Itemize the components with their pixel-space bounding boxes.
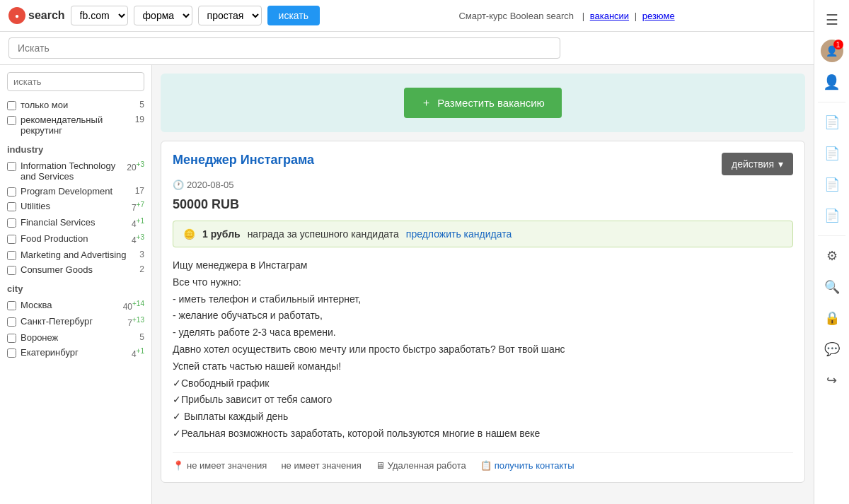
logo-icon: ●	[8, 7, 25, 24]
filter-it-count: 20+3	[127, 160, 144, 172]
main-search-input[interactable]	[8, 37, 560, 59]
filter-it: Information Technology and Services 20+3	[7, 160, 144, 182]
job-card-header: Менеджер Инстаграма действия ▾	[173, 153, 793, 175]
filter-marketing-count: 3	[139, 250, 144, 259]
job-title[interactable]: Менеджер Инстаграма	[173, 153, 314, 168]
job-date-value: 2020-08-05	[187, 180, 234, 190]
notification-badge: 1	[833, 40, 843, 49]
search-button[interactable]: искать	[267, 6, 320, 25]
filter-utilities-checkbox[interactable]	[7, 202, 16, 211]
topbar: ● search fb.com форма простая искать Сма…	[0, 0, 814, 32]
filter-consumer-checkbox[interactable]	[7, 266, 16, 275]
get-contacts-link[interactable]: получить контакты	[495, 460, 574, 471]
filter-utilities-label: Utilities	[21, 201, 127, 211]
filter-marketing-checkbox[interactable]	[7, 251, 16, 260]
filter-financial-checkbox[interactable]	[7, 218, 16, 228]
document-dark-button-3[interactable]: 📄	[818, 201, 846, 230]
filter-search-input[interactable]	[7, 72, 144, 91]
industry-section-title: industry	[7, 144, 144, 155]
filter-financial-count: 4+1	[132, 217, 144, 229]
filter-financial: Financial Services 4+1	[7, 217, 144, 229]
filter-food-checkbox[interactable]	[7, 235, 16, 244]
filter-moscow-count: 40+14	[123, 300, 144, 312]
chevron-down-icon: ▾	[778, 158, 783, 170]
footer-location: 📍 не имеет значения	[173, 460, 267, 471]
job-description: Ищу менеджера в Инстаграм Все что нужно:…	[173, 257, 793, 443]
reward-banner: 🪙 1 рубль награда за успешного кандидата…	[173, 221, 793, 247]
topbar-resume-link[interactable]: резюме	[642, 11, 675, 21]
footer-location-text: не имеет значения	[187, 460, 267, 471]
filter-marketing: Marketing and Advertising 3	[7, 250, 144, 260]
filter-voronezh: Воронеж 5	[7, 332, 144, 343]
filter-moscow-checkbox[interactable]	[7, 301, 16, 310]
gear-icon: ⚙	[826, 248, 838, 264]
search-sidebar-button[interactable]: 🔍	[818, 273, 846, 301]
search-icon: 🔍	[824, 279, 840, 295]
form-label-select[interactable]: форма	[134, 6, 192, 25]
settings-button[interactable]: ⚙	[818, 242, 846, 270]
reward-link[interactable]: предложить кандидата	[406, 228, 512, 240]
filter-consumer-label: Consumer Goods	[21, 264, 135, 275]
form-type-select[interactable]: простая	[198, 6, 262, 25]
exit-button[interactable]: ↪	[818, 366, 846, 394]
document-dark-icon-3: 📄	[824, 208, 840, 223]
content-area: только мои 5 рекомендательный рекрутинг …	[0, 65, 814, 504]
person-icon: 👤	[823, 74, 841, 90]
coin-icon: 🪙	[183, 228, 195, 240]
filter-program-checkbox[interactable]	[7, 187, 16, 197]
document-dark-button-2[interactable]: 📄	[818, 170, 846, 199]
topbar-vacancies-link[interactable]: вакансии	[590, 11, 629, 21]
filter-consumer-count: 2	[139, 264, 144, 274]
footer-type: не имеет значения	[281, 460, 361, 471]
filter-marketing-label: Marketing and Advertising	[21, 250, 135, 260]
sidebar-divider-1	[818, 102, 845, 102]
notification-button[interactable]: 👤 1	[818, 37, 846, 65]
filter-only-mine-label: только мои	[21, 100, 135, 110]
post-vacancy-label: Разместить вакансию	[437, 97, 545, 109]
chat-button[interactable]: 💬	[818, 335, 846, 363]
filter-utilities-count: 7+7	[132, 201, 144, 213]
footer-contacts: 📋 получить контакты	[480, 460, 574, 471]
filter-ekaterinburg-count: 4+1	[132, 347, 144, 359]
plus-icon: ＋	[421, 96, 432, 110]
exit-icon: ↪	[826, 373, 837, 388]
filter-referral: рекомендательный рекрутинг 19	[7, 115, 144, 136]
left-sidebar: только мои 5 рекомендательный рекрутинг …	[0, 65, 152, 504]
filter-referral-checkbox[interactable]	[7, 116, 16, 125]
city-section-title: city	[7, 283, 144, 294]
document-dark-icon-1: 📄	[824, 146, 840, 161]
filter-ekaterinburg-label: Екатеринбург	[21, 347, 127, 358]
filter-ekaterinburg: Екатеринбург 4+1	[7, 347, 144, 359]
actions-label: действия	[732, 158, 774, 170]
filter-it-label: Information Technology and Services	[21, 160, 122, 182]
filter-only-mine-checkbox[interactable]	[7, 101, 16, 110]
actions-button[interactable]: действия ▾	[722, 153, 793, 175]
location-icon: 📍	[173, 460, 184, 471]
chat-icon: 💬	[824, 341, 840, 357]
job-footer: 📍 не имеет значения не имеет значения 🖥 …	[173, 452, 793, 471]
contact-icon: 📋	[480, 460, 492, 471]
profile-button[interactable]: 👤	[818, 68, 846, 96]
filter-spb-checkbox[interactable]	[7, 317, 16, 327]
filter-it-checkbox[interactable]	[7, 162, 16, 171]
lock-button[interactable]: 🔒	[818, 304, 846, 332]
logo-text: search	[28, 9, 65, 22]
menu-button[interactable]: ☰	[818, 6, 846, 34]
post-vacancy-banner: ＋ Разместить вакансию	[161, 74, 805, 132]
searchbar-row	[0, 32, 814, 65]
right-sidebar: ☰ 👤 1 👤 📄 📄 📄 📄 ⚙ 🔍 🔒 💬 ↪	[814, 0, 849, 504]
document-dark-button-1[interactable]: 📄	[818, 139, 846, 168]
site-select[interactable]: fb.com	[71, 6, 128, 25]
filter-ekaterinburg-checkbox[interactable]	[7, 348, 16, 358]
sidebar-divider-2	[818, 235, 845, 236]
filter-voronezh-checkbox[interactable]	[7, 334, 16, 343]
post-vacancy-button[interactable]: ＋ Разместить вакансию	[404, 88, 562, 118]
filter-moscow-label: Москва	[21, 300, 119, 310]
reward-amount: 1 рубль	[202, 228, 241, 240]
document-teal-icon: 📄	[824, 115, 840, 130]
logo: ● search	[8, 7, 65, 24]
filter-program-count: 17	[135, 186, 144, 196]
document-teal-button[interactable]: 📄	[818, 108, 846, 136]
filter-financial-label: Financial Services	[21, 217, 127, 228]
main-panel: ＋ Разместить вакансию Менеджер Инстаграм…	[152, 65, 814, 504]
